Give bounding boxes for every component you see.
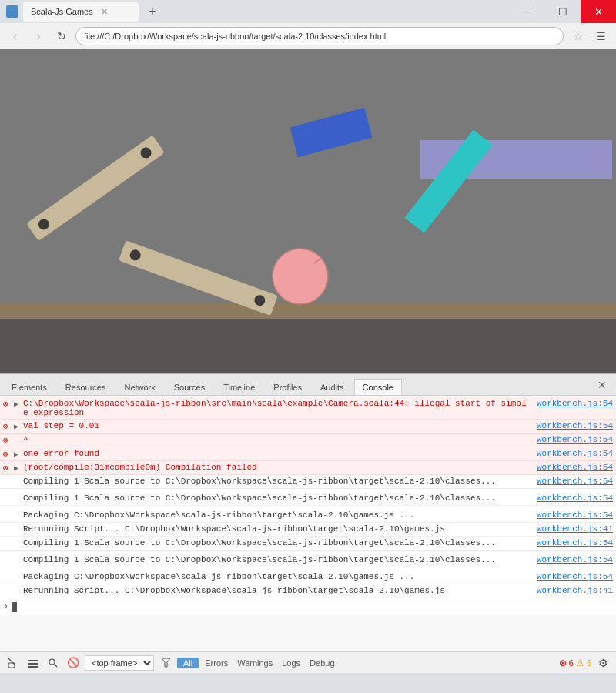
- frame-selector[interactable]: <top frame>: [85, 655, 154, 671]
- error-text-1: C:\Dropbox\Workspace\scala-js-ribbon\src…: [23, 399, 531, 417]
- browser-icon: [6, 5, 18, 18]
- error-text-3: ^: [23, 435, 531, 444]
- error-icon-2: ⊗: [3, 421, 14, 431]
- bookmark-star-icon[interactable]: ☆: [568, 27, 587, 45]
- console-drawer-button[interactable]: [25, 654, 42, 671]
- error-count-badge: ⊗ 6 ⚠ 5: [559, 658, 591, 668]
- svg-line-15: [8, 658, 15, 665]
- error-link-3[interactable]: workbench.js:54: [537, 435, 613, 444]
- console-prompt[interactable]: ›: [0, 598, 616, 615]
- filter-debug-button[interactable]: Debug: [306, 658, 337, 668]
- console-normal-line-3: Packaging C:\Dropbox\Workspace\scala-js-…: [0, 509, 616, 523]
- normal-text-3: Packaging C:\Dropbox\Workspace\scala-js-…: [23, 511, 531, 520]
- window-controls: ─ ☐ ✕: [510, 0, 616, 23]
- normal-link-4[interactable]: workbench.js:41: [537, 524, 613, 534]
- normal-text-5: Compiling 1 Scala source to C:\Dropbox\W…: [23, 538, 531, 547]
- console-error-line-3: ⊗ ^ workbench.js:54: [0, 434, 616, 447]
- normal-link-2[interactable]: workbench.js:54: [537, 494, 613, 503]
- console-normal-line-2: Compiling 1 Scala source to C:\Dropbox\W…: [0, 492, 616, 506]
- error-text-2: val step = 0.01: [23, 421, 531, 430]
- console-normal-line-7: Packaging C:\Dropbox\Workspace\scala-js-…: [0, 571, 616, 584]
- tab-timeline[interactable]: Timeline: [215, 379, 263, 395]
- filter-warnings-button[interactable]: Warnings: [234, 658, 276, 668]
- back-button[interactable]: ‹: [6, 27, 25, 45]
- new-tab-button[interactable]: +: [143, 2, 162, 21]
- filter-logs-button[interactable]: Logs: [279, 658, 303, 668]
- normal-link-3[interactable]: workbench.js:54: [537, 511, 613, 520]
- normal-text-2: Compiling 1 Scala source to C:\Dropbox\W…: [23, 494, 531, 503]
- normal-link-8[interactable]: workbench.js:41: [537, 586, 613, 595]
- normal-link-5[interactable]: workbench.js:54: [537, 538, 613, 547]
- tab-sources[interactable]: Sources: [166, 379, 213, 395]
- tab-console[interactable]: Console: [354, 379, 402, 395]
- devtools-close-button[interactable]: ✕: [591, 379, 613, 391]
- filter-errors-button[interactable]: Errors: [202, 658, 231, 668]
- normal-text-1: Compiling 1 Scala source to C:\Dropbox\W…: [23, 477, 531, 486]
- tab-profiles[interactable]: Profiles: [265, 379, 310, 395]
- normal-link-7[interactable]: workbench.js:54: [537, 572, 613, 581]
- maximize-button[interactable]: ☐: [545, 0, 581, 23]
- svg-rect-2: [0, 319, 616, 373]
- console-normal-line-4: Rerunning Script... C:\Dropbox\Workspace…: [0, 523, 616, 537]
- normal-text-4: Rerunning Script... C:\Dropbox\Workspace…: [23, 524, 531, 534]
- inspect-element-button[interactable]: [5, 654, 22, 671]
- tab-elements[interactable]: Elements: [3, 379, 55, 395]
- svg-marker-21: [162, 658, 170, 667]
- address-input[interactable]: [75, 27, 564, 45]
- svg-point-19: [49, 659, 55, 665]
- normal-link-6[interactable]: workbench.js:54: [537, 555, 613, 564]
- console-error-line-4: ⊗ ▶ one error found workbench.js:54: [0, 447, 616, 461]
- game-svg: [0, 49, 616, 373]
- error-link-4[interactable]: workbench.js:54: [537, 449, 613, 458]
- tab-audits[interactable]: Audits: [312, 379, 353, 395]
- svg-line-20: [55, 664, 58, 667]
- error-text-5: (root/compile:31mcompile0m) Compilation …: [23, 463, 531, 472]
- console-error-line-1: ⊗ ▶ C:\Dropbox\Workspace\scala-js-ribbon…: [0, 397, 616, 420]
- clear-console-button[interactable]: 🚫: [65, 654, 82, 671]
- forward-button[interactable]: ›: [29, 27, 48, 45]
- svg-rect-17: [28, 663, 38, 665]
- browser-tab[interactable]: Scala-Js Games ✕: [23, 2, 139, 22]
- expand-icon-1[interactable]: ▶: [14, 400, 23, 409]
- menu-icon[interactable]: ☰: [591, 27, 610, 45]
- error-icon-3: ⊗: [3, 435, 14, 445]
- devtools-settings-button[interactable]: ⚙: [594, 654, 611, 671]
- console-error-line-2: ⊗ ▶ val step = 0.01 workbench.js:54: [0, 420, 616, 434]
- normal-text-7: Packaging C:\Dropbox\Workspace\scala-js-…: [23, 572, 531, 581]
- tab-resources[interactable]: Resources: [57, 379, 115, 395]
- console-normal-line-5: Compiling 1 Scala source to C:\Dropbox\W…: [0, 537, 616, 551]
- normal-text-8: Rerunning Script... C:\Dropbox\Workspace…: [23, 586, 531, 595]
- devtools-tab-bar: Elements Resources Network Sources Timel…: [0, 374, 616, 396]
- expand-icon-4[interactable]: ▶: [14, 450, 23, 459]
- close-button[interactable]: ✕: [581, 0, 616, 23]
- expand-icon-5[interactable]: ▶: [14, 464, 23, 473]
- filter-icon[interactable]: [157, 654, 174, 671]
- search-console-button[interactable]: [45, 654, 62, 671]
- expand-icon-2[interactable]: ▶: [14, 422, 23, 431]
- filter-all-button[interactable]: All: [177, 658, 199, 668]
- prompt-icon: ›: [3, 601, 8, 612]
- tab-title: Scala-Js Games: [31, 7, 93, 16]
- normal-link-1[interactable]: workbench.js:54: [537, 477, 613, 486]
- svg-rect-0: [0, 303, 616, 319]
- console-normal-line-8: Rerunning Script... C:\Dropbox\Workspace…: [0, 584, 616, 598]
- tab-network[interactable]: Network: [116, 379, 163, 395]
- error-link-2[interactable]: workbench.js:54: [537, 421, 613, 430]
- devtools-bottom-bar: 🚫 <top frame> All Errors Warnings Logs D…: [0, 651, 616, 673]
- console-normal-line-1: Compiling 1 Scala source to C:\Dropbox\W…: [0, 475, 616, 489]
- minimize-button[interactable]: ─: [510, 0, 545, 23]
- reload-button[interactable]: ↻: [52, 27, 71, 45]
- tab-close-icon[interactable]: ✕: [101, 7, 108, 17]
- svg-rect-18: [28, 666, 38, 668]
- warning-triangle-icon: ⚠: [576, 658, 584, 668]
- error-icon-1: ⊗: [3, 399, 14, 409]
- address-bar: ‹ › ↻ ☆ ☰: [0, 23, 616, 49]
- game-canvas: [0, 49, 616, 373]
- error-link-1[interactable]: workbench.js:54: [537, 399, 613, 408]
- error-link-5[interactable]: workbench.js:54: [537, 463, 613, 472]
- error-icon-5: ⊗: [3, 463, 14, 473]
- error-x-icon: ⊗: [559, 658, 567, 668]
- error-text-4: one error found: [23, 449, 531, 458]
- console-error-line-5: ⊗ ▶ (root/compile:31mcompile0m) Compilat…: [0, 461, 616, 475]
- prompt-cursor: [12, 602, 17, 612]
